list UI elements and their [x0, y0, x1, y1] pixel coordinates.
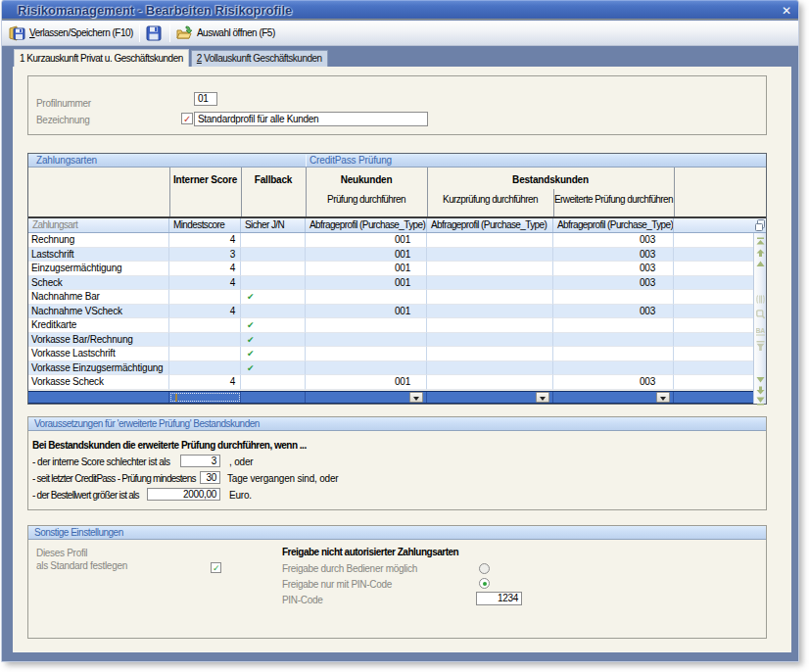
grid-cell-mindestscore[interactable] [169, 333, 241, 348]
dropdown-button-kurz[interactable] [536, 392, 549, 403]
go-first-icon[interactable] [756, 237, 765, 246]
grid-cell-kurz[interactable] [427, 233, 553, 248]
grid-row[interactable]: Vorkasse Lastschrift✔ [28, 347, 753, 361]
grid-cell-neukunden[interactable] [306, 361, 427, 376]
dropdown-button-erweitert[interactable] [656, 392, 670, 403]
grid-cell-zahlungsart[interactable]: Lastschrift [28, 248, 169, 263]
grid-cell-mindestscore[interactable]: 3 [169, 248, 241, 263]
grid-cell-sicher[interactable]: ✔ [241, 361, 306, 376]
row-down-icon[interactable] [756, 375, 765, 384]
grid-row[interactable]: Kreditkarte✔ [28, 318, 753, 333]
grid-cell-zahlungsart[interactable]: Kreditkarte [28, 318, 169, 333]
grid-cell-neukunden[interactable] [306, 318, 427, 333]
grid-cell-erweitert[interactable] [553, 318, 674, 333]
header-fallback[interactable]: Fallback [241, 174, 306, 185]
columns-icon[interactable] [756, 295, 765, 304]
bezeichnung-checkbox[interactable]: ✓ [181, 113, 193, 124]
grid-row[interactable]: Vorkasse Scheck4001003 [28, 375, 753, 390]
header-bestandskunden[interactable]: Bestandskunden [427, 174, 674, 185]
grid-cell-kurz[interactable] [427, 361, 553, 376]
edit-mask-icon[interactable]: BA [756, 327, 765, 336]
grid-cell-sicher[interactable]: ✔ [241, 318, 306, 333]
caption-zahlungsart[interactable]: Zahlungsart [28, 218, 169, 232]
grid-cell-kurz[interactable] [427, 333, 553, 348]
grid-cell-kurz[interactable] [427, 262, 553, 276]
grid-cell-erweitert[interactable] [553, 347, 674, 361]
grid-cell-mindestscore[interactable]: 4 [169, 276, 241, 291]
grid-cell-sicher[interactable] [241, 276, 306, 291]
grid-cell-mindestscore[interactable]: 4 [169, 375, 241, 390]
grid-new-row-selected[interactable] [28, 391, 753, 405]
save-exit-button[interactable]: Verlassen/Speichern (F10) [6, 23, 136, 44]
caption-abfrageprofil-erw[interactable]: Abfrageprofil (Purchase_Type) [553, 218, 674, 232]
bezeichnung-field[interactable]: Standardprofil für alle Kunden [194, 112, 428, 126]
row-up-icon[interactable] [756, 260, 765, 268]
grid-cell-neukunden[interactable]: 001 [306, 375, 427, 390]
grid-row[interactable]: Einzugsermächtigung4001003 [28, 262, 753, 276]
grid-cell-sicher[interactable]: ✔ [241, 333, 306, 348]
grid-cell-kurz[interactable] [427, 248, 553, 263]
grid-cell-zahlungsart[interactable]: Vorkasse Scheck [28, 375, 169, 390]
default-profile-checkbox[interactable]: ✓ [211, 562, 221, 573]
grid-cell-neukunden[interactable]: 001 [306, 248, 427, 263]
release-pin-radio[interactable] [479, 578, 490, 589]
grid-cell-neukunden[interactable]: 001 [306, 233, 427, 248]
tab-kurzauskunft[interactable]: 1 Kurzauskunft Privat u. Geschäftskunden [14, 49, 189, 67]
save-button[interactable] [143, 23, 167, 44]
copy-record-icon[interactable] [755, 219, 766, 231]
grid-cell-erweitert[interactable]: 003 [553, 305, 674, 319]
grid-row[interactable]: Scheck4001003 [28, 276, 753, 291]
grid-cell-zahlungsart[interactable]: Scheck [28, 276, 169, 291]
grid-cell-sicher[interactable] [241, 233, 306, 248]
grid-cell-neukunden[interactable] [306, 347, 427, 361]
release-operator-radio[interactable] [479, 563, 490, 574]
grid-cell-sicher[interactable] [241, 248, 306, 263]
grid-cell-kurz[interactable] [427, 276, 553, 291]
caption-abfrageprofil-neu[interactable]: Abfrageprofil (Purchase_Type) [306, 218, 427, 232]
grid-row[interactable]: Lastschrift3001003 [28, 248, 753, 263]
grid-cell-neukunden[interactable]: 001 [306, 305, 427, 319]
rule1-input[interactable]: 3 [180, 455, 220, 467]
filter-icon[interactable] [756, 341, 765, 352]
page-up-icon[interactable] [756, 249, 765, 258]
tab-vollauskunft[interactable]: 2 Vollauskunft Geschäftskunden [191, 50, 328, 67]
caption-mindestscore[interactable]: Mindestscore [169, 218, 241, 232]
caption-sicher[interactable]: Sicher J/N [241, 218, 306, 232]
grid-cell-erweitert[interactable]: 003 [553, 276, 674, 291]
grid-cell-neukunden[interactable] [306, 333, 427, 348]
grid-cell-neukunden[interactable]: 001 [306, 262, 427, 276]
grid-cell-kurz[interactable] [427, 290, 553, 305]
profilnummer-field[interactable]: 01 [194, 92, 217, 106]
grid-cell-kurz[interactable] [427, 318, 553, 333]
grid-cell-sicher[interactable] [241, 262, 306, 276]
pin-code-field[interactable]: 1234 [476, 592, 522, 605]
grid-row[interactable]: Vorkasse Einzugsermächtigung✔ [28, 361, 753, 376]
grid-row[interactable]: Vorkasse Bar/Rechnung✔ [28, 333, 753, 348]
grid-cell-erweitert[interactable] [553, 361, 674, 376]
grid-cell-erweitert[interactable]: 003 [553, 262, 674, 276]
grid-cell-erweitert[interactable]: 003 [553, 375, 674, 390]
search-icon[interactable] [756, 310, 765, 320]
grid-cell-zahlungsart[interactable]: Nachnahme VScheck [28, 305, 169, 319]
grid-cell-neukunden[interactable]: 001 [306, 276, 427, 291]
cell-editor[interactable] [169, 392, 241, 404]
grid-cell-mindestscore[interactable] [169, 290, 241, 305]
grid-cell-kurz[interactable] [427, 347, 553, 361]
grid-cell-mindestscore[interactable]: 4 [169, 233, 241, 248]
grid-cell-erweitert[interactable] [553, 290, 674, 305]
grid-cell-mindestscore[interactable] [169, 347, 241, 361]
grid-cell-mindestscore[interactable]: 4 [169, 305, 241, 319]
header-neukunden[interactable]: Neukunden [306, 174, 427, 185]
grid-cell-sicher[interactable] [241, 305, 306, 319]
grid-cell-zahlungsart[interactable]: Einzugsermächtigung [28, 262, 169, 276]
grid-cell-erweitert[interactable] [553, 333, 674, 348]
dropdown-button-neukunden[interactable] [409, 392, 423, 403]
grid-cell-zahlungsart[interactable]: Rechnung [28, 233, 169, 248]
grid-cell-zahlungsart[interactable]: Vorkasse Bar/Rechnung [28, 333, 169, 348]
grid-cell-erweitert[interactable]: 003 [553, 248, 674, 263]
grid-cell-neukunden[interactable] [306, 290, 427, 305]
grid-cell-kurz[interactable] [427, 305, 553, 319]
grid-cell-erweitert[interactable]: 003 [553, 233, 674, 248]
grid-row[interactable]: Nachnahme VScheck4001003 [28, 305, 753, 319]
header-interner-score[interactable]: Interner Score [169, 174, 241, 185]
